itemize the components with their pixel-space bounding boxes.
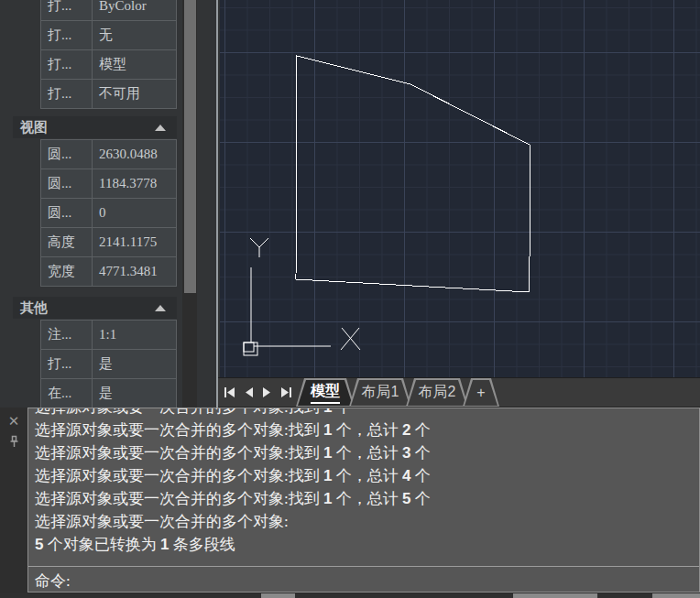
panel-edge-divider <box>216 0 218 408</box>
property-value[interactable]: 无 <box>92 20 177 50</box>
property-value[interactable]: 不可用 <box>92 79 177 109</box>
properties-panel: 打... ByColor 打... 无 打... 模型 打... 不可用 视图 … <box>0 0 220 408</box>
tab-new-layout[interactable]: + <box>463 378 499 407</box>
command-line: 选择源对象或要一次合并的多个对象:找到 1 个，总计 2 个 <box>35 419 697 441</box>
property-value[interactable]: 2141.1175 <box>92 227 177 257</box>
property-row: 打... 是 <box>40 349 177 379</box>
property-row: 打... ByColor <box>40 0 177 21</box>
property-value[interactable]: 0 <box>92 198 177 228</box>
ucs-icon <box>244 238 360 355</box>
property-label: 圆... <box>40 139 92 169</box>
close-button[interactable]: ✕ <box>8 415 20 428</box>
property-row: 打... 不可用 <box>40 79 177 109</box>
layout-tabs: 模型 布局1 布局2 + <box>301 378 499 407</box>
property-row: 圆... 2630.0488 <box>40 139 177 169</box>
tab-model[interactable]: 模型 <box>296 378 355 407</box>
next-tab-button[interactable] <box>262 387 272 397</box>
tab-layout2[interactable]: 布局2 <box>406 378 468 407</box>
collapse-icon[interactable] <box>155 125 166 131</box>
property-label: 打... <box>40 20 92 50</box>
property-row: 打... 无 <box>40 20 177 50</box>
last-icon <box>280 387 292 397</box>
bottom-strip-segment <box>261 593 295 598</box>
property-label: 打... <box>40 79 92 109</box>
panel-scrollbar[interactable] <box>182 0 197 408</box>
property-label: 打... <box>40 0 92 21</box>
command-line: 选择源对象或要一次合并的多个对象:找到 1 个 <box>35 408 697 419</box>
property-value[interactable]: 2630.0488 <box>92 139 177 169</box>
tab-label: 布局2 <box>419 383 456 402</box>
property-row: 圆... 1184.3778 <box>40 169 177 199</box>
scrollbar-thumb[interactable] <box>184 0 196 293</box>
section-title: 视图 <box>20 119 48 136</box>
property-value[interactable]: 模型 <box>92 49 177 80</box>
section-title: 其他 <box>20 299 48 317</box>
property-row: 注... 1:1 <box>40 320 177 350</box>
tab-label: 模型 <box>311 382 340 404</box>
cad-application-window: 打... ByColor 打... 无 打... 模型 打... 不可用 视图 … <box>0 0 700 598</box>
command-line: 选择源对象或要一次合并的多个对象:找到 1 个，总计 5 个 <box>35 487 697 510</box>
command-line: 选择源对象或要一次合并的多个对象: <box>35 510 697 533</box>
property-value[interactable]: ByColor <box>92 0 177 21</box>
property-label: 打... <box>40 349 92 379</box>
property-row: 宽度 4771.3481 <box>40 256 177 287</box>
property-row: 打... 模型 <box>40 49 177 80</box>
property-row: 高度 2141.1175 <box>40 227 177 257</box>
first-tab-button[interactable] <box>224 387 235 397</box>
property-label: 高度 <box>40 227 92 257</box>
tab-layout1[interactable]: 布局1 <box>349 378 411 407</box>
property-value[interactable]: 是 <box>92 378 177 408</box>
command-window-titlebar: ✕ <box>0 408 27 598</box>
command-line: 5 个对象已转换为 1 条多段线 <box>35 533 697 556</box>
polyline-shape[interactable] <box>296 56 530 292</box>
tab-label: + <box>476 385 485 401</box>
property-label: 宽度 <box>40 256 92 287</box>
command-history: 选择源对象或要一次合并的多个对象:找到 1 个 选择源对象或要一次合并的多个对象… <box>35 408 697 556</box>
first-icon <box>224 387 235 397</box>
property-label: 在... <box>40 378 92 408</box>
property-value[interactable]: 1184.3778 <box>92 169 177 199</box>
next-icon <box>262 387 272 397</box>
property-label: 打... <box>40 49 92 80</box>
pin-icon[interactable] <box>9 435 19 448</box>
tab-nav-buttons <box>218 378 301 407</box>
bottom-strip-segment <box>513 593 597 598</box>
command-line-window[interactable]: 选择源对象或要一次合并的多个对象:找到 1 个 选择源对象或要一次合并的多个对象… <box>27 408 700 593</box>
drawing-canvas[interactable] <box>220 0 700 377</box>
command-prompt-input[interactable]: 命令: <box>35 570 71 593</box>
section-header-view[interactable]: 视图 <box>13 116 177 138</box>
property-label: 圆... <box>40 198 92 228</box>
tab-label: 布局1 <box>362 383 399 402</box>
previous-tab-button[interactable] <box>244 387 254 397</box>
command-line: 选择源对象或要一次合并的多个对象:找到 1 个，总计 4 个 <box>35 464 697 487</box>
bottom-strip-segment <box>652 593 700 598</box>
command-line: 选择源对象或要一次合并的多个对象:找到 1 个，总计 3 个 <box>35 441 697 464</box>
property-value[interactable]: 1:1 <box>92 320 177 350</box>
property-value[interactable]: 是 <box>92 349 177 379</box>
property-value[interactable]: 4771.3481 <box>92 256 177 287</box>
section-header-other[interactable]: 其他 <box>13 297 177 319</box>
property-label: 注... <box>40 320 92 350</box>
previous-icon <box>244 387 254 397</box>
drawing-content <box>220 0 700 377</box>
layout-tab-bar: 模型 布局1 布局2 + <box>218 377 700 408</box>
collapse-icon[interactable] <box>155 305 166 311</box>
bottom-edge-strip <box>0 593 700 598</box>
last-tab-button[interactable] <box>280 387 292 397</box>
property-row: 圆... 0 <box>40 198 177 228</box>
property-row: 在... 是 <box>40 378 177 408</box>
property-label: 圆... <box>40 169 92 199</box>
command-divider <box>28 566 699 567</box>
